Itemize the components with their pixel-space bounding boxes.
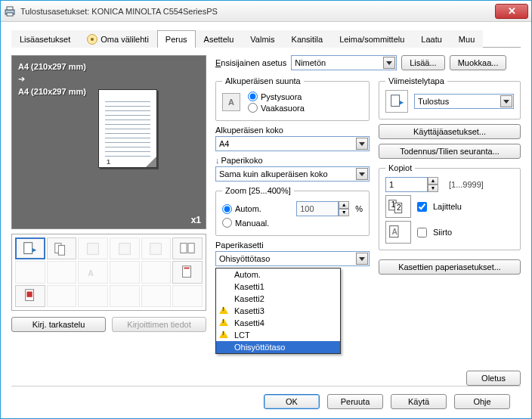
orientation-group: Alkuperäisen suunta A Pystysuora Vaakasu… [215, 76, 370, 121]
svg-rect-6 [88, 243, 99, 254]
finishing-combo[interactable] [414, 94, 514, 109]
portrait-radio[interactable] [248, 92, 258, 101]
favorite-combo[interactable] [291, 55, 397, 70]
thumb-14[interactable] [47, 285, 77, 307]
help-button[interactable]: Ohje [454, 394, 510, 409]
collate-label: Lajittelu [433, 202, 462, 211]
collate-checkbox[interactable] [417, 202, 427, 212]
orig-size-combo[interactable] [215, 136, 370, 151]
titlebar: Tulostusasetukset: KONICA MINOLTA C554Se… [1, 1, 531, 22]
tray-option[interactable]: Autom. [216, 268, 340, 281]
spin-up[interactable]: ▲ [339, 201, 349, 209]
tab-laatu[interactable]: Laatu [413, 30, 450, 48]
thumb-15[interactable] [78, 285, 108, 307]
svg-rect-7 [119, 243, 130, 254]
zoom-auto-radio[interactable] [222, 204, 232, 214]
thumb-3[interactable] [78, 237, 108, 259]
tray-option[interactable]: LCT [216, 329, 340, 341]
thumb-1[interactable] [15, 237, 45, 259]
thumb-17[interactable] [141, 285, 172, 307]
landscape-radio[interactable] [248, 103, 258, 113]
thumb-2[interactable] [47, 237, 77, 259]
tray-option[interactable]: Kasetti3 [216, 305, 340, 317]
thumb-10[interactable] [110, 261, 140, 283]
svg-text:A: A [392, 228, 398, 236]
thumb-7[interactable] [15, 261, 45, 283]
svg-rect-2 [7, 13, 13, 16]
defaults-button[interactable]: Oletus [466, 371, 521, 386]
chevron-down-icon[interactable] [383, 57, 395, 69]
finishing-group: Viimeistelytapa [379, 76, 521, 119]
offset-label: Siirto [433, 228, 452, 237]
thumb-4[interactable] [110, 237, 140, 259]
tab-valmis[interactable]: Valmis [242, 30, 283, 48]
copies-input[interactable] [385, 177, 428, 192]
arrow-down-icon: ↓ [215, 156, 220, 165]
thumb-16[interactable] [110, 285, 140, 307]
arrow-down-icon: ➔ [18, 74, 200, 84]
copies-range: [1...9999] [449, 180, 484, 189]
landscape-label: Vaakasuora [261, 104, 305, 113]
ok-button[interactable]: OK [264, 394, 320, 409]
dialog-buttons: OK Peruuta Käytä Ohje [11, 386, 521, 412]
tab-kansitila[interactable]: Kansitila [283, 30, 332, 48]
zoom-value-input[interactable] [296, 201, 339, 216]
zoom-auto-label: Autom. [235, 204, 261, 213]
offset-checkbox[interactable] [417, 228, 427, 237]
apply-button[interactable]: Käytä [391, 394, 447, 409]
svg-rect-5 [59, 245, 65, 255]
thumb-5[interactable] [141, 237, 172, 259]
option-thumbnails: A [11, 234, 206, 311]
finishing-legend: Viimeistelytapa [385, 76, 447, 85]
zoom-legend: Zoom [25...400%] [222, 186, 294, 195]
offset-icon: A [385, 221, 411, 244]
tray-option[interactable]: Kasetti2 [216, 293, 340, 305]
thumb-18[interactable] [172, 285, 203, 307]
tab-leima[interactable]: Leima/sommittelu [331, 30, 413, 48]
cancel-button[interactable]: Peruuta [327, 394, 383, 409]
svg-rect-9 [181, 243, 187, 253]
orientation-legend: Alkuperäisen suunta [222, 76, 304, 85]
favorite-edit-button[interactable]: Muokkaa... [450, 55, 507, 70]
tab-oma-valilehti[interactable]: Oma välilehti [79, 30, 157, 48]
thumb-11[interactable] [141, 261, 172, 283]
thumb-13[interactable] [15, 285, 45, 307]
tray-option[interactable]: Ohisyöttötaso [216, 341, 340, 353]
thumb-6[interactable] [172, 237, 203, 259]
tab-asettelu[interactable]: Asettelu [196, 30, 243, 48]
zoom-manual-label: Manuaal. [235, 219, 269, 228]
favorite-add-button[interactable]: Lisää... [401, 55, 444, 70]
tab-lisaasetukset[interactable]: Lisäasetukset [11, 30, 79, 48]
zoom-manual-radio[interactable] [222, 218, 232, 228]
chevron-down-icon[interactable] [500, 95, 512, 107]
paper-size-combo[interactable] [215, 166, 370, 182]
window-title: Tulostusasetukset: KONICA MINOLTA C554Se… [20, 7, 495, 16]
preview-panel: A4 (210x297 mm) ➔ A4 (210x297 mm) 1 x1 [11, 55, 206, 229]
svg-text:1: 1 [391, 200, 396, 209]
printer-info-button[interactable]: Kirjoittimen tiedot [112, 317, 206, 332]
size-from: A4 (210x297 mm) [18, 62, 200, 71]
chevron-down-icon[interactable] [356, 253, 368, 265]
thumb-12[interactable] [172, 261, 203, 283]
view-button[interactable]: Kirj. tarkastelu [11, 317, 106, 332]
tray-combo[interactable] [215, 251, 370, 266]
auth-button[interactable]: Todennus/Tilien seuranta... [379, 144, 521, 159]
spin-down[interactable]: ▼ [428, 185, 438, 192]
zoom-pct: % [355, 204, 363, 213]
thumb-9[interactable]: A [78, 261, 108, 283]
printer-icon [4, 5, 16, 17]
favorite-row: Ensisijainen asetus Lisää... Muokkaa... [215, 55, 521, 70]
chevron-down-icon[interactable] [356, 168, 368, 180]
svg-text:A: A [88, 269, 94, 278]
thumb-8[interactable] [47, 261, 77, 283]
user-settings-button[interactable]: Käyttäjäasetukset... [379, 124, 521, 139]
tray-option[interactable]: Kasetti4 [216, 317, 340, 329]
spin-down[interactable]: ▼ [339, 209, 349, 216]
tab-perus[interactable]: Perus [157, 30, 196, 48]
close-button[interactable]: ✕ [495, 4, 528, 19]
tab-muu[interactable]: Muu [450, 30, 483, 48]
tray-settings-button[interactable]: Kasettien paperiasetukset... [379, 259, 521, 275]
spin-up[interactable]: ▲ [428, 177, 438, 185]
tray-option[interactable]: Kasetti1 [216, 281, 340, 293]
chevron-down-icon[interactable] [356, 138, 368, 150]
